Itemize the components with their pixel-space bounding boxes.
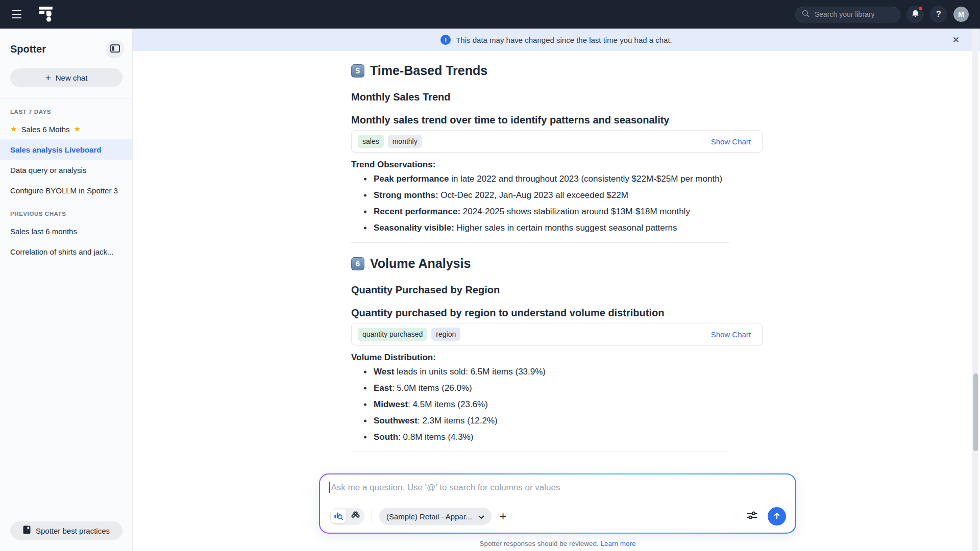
list-item: South: 0.8M items (4.3%) — [351, 429, 763, 445]
section-label-last-7-days: LAST 7 DAYS — [0, 98, 132, 119]
panel-collapse-icon — [110, 44, 120, 54]
sidebar-item-correlation-shirts-jackets[interactable]: Correlation of shirts and jack... — [0, 241, 132, 262]
send-button[interactable] — [768, 507, 786, 525]
top-nav: ? M — [0, 0, 980, 29]
close-icon[interactable]: ✕ — [950, 33, 962, 47]
star-icon: ★ — [74, 124, 81, 134]
bullet-dot — [364, 194, 366, 197]
bullet-text: 2024-2025 shows stabilization around $13… — [460, 207, 690, 217]
section-divider — [351, 242, 729, 243]
chevron-down-icon — [478, 512, 484, 521]
search-input[interactable] — [814, 10, 894, 19]
keycap-5-icon: 5 — [351, 64, 364, 78]
library-search[interactable] — [795, 7, 900, 22]
list-item: Midwest: 4.5M items (23.6%) — [351, 396, 763, 413]
text-caret — [329, 482, 330, 493]
info-icon: ! — [440, 35, 451, 45]
section-heading-time-based-trends: 5 Time-Based Trends — [351, 63, 763, 78]
bullet-dot — [364, 211, 366, 213]
list-title-volume-distribution: Volume Distribution: — [351, 353, 763, 363]
sidebar-item-configure-byollm[interactable]: Configure BYOLLM in Spotter 3 — [0, 180, 132, 201]
section-label-previous-chats: PREVIOUS CHATS — [0, 201, 132, 221]
chat-item-label: Sales 6 Moths — [21, 125, 69, 134]
chat-item-label: Correlation of shirts and jack... — [10, 247, 114, 256]
spotter-best-practices-button[interactable]: Spotter best practices — [10, 521, 122, 540]
bullet-lead: Midwest — [374, 399, 408, 410]
sidebar-item-data-query-or-analysis[interactable]: Data query or analysis — [0, 160, 132, 180]
learn-more-link[interactable]: Learn more — [601, 540, 636, 547]
show-chart-link[interactable]: Show Chart — [708, 330, 754, 339]
toolbar-divider — [372, 510, 372, 522]
sidebar-title: Spotter — [10, 43, 46, 55]
arrow-up-icon — [773, 512, 781, 521]
bullet-text: : 2.3M items (12.2%) — [418, 416, 498, 426]
new-chat-label: New chat — [56, 73, 88, 82]
best-practices-label: Spotter best practices — [36, 527, 110, 535]
composer-inner: Ask me a question. Use '@' to search for… — [320, 474, 795, 533]
settings-sliders-button[interactable] — [744, 510, 761, 522]
disclaimer-text: Spotter responses should be reviewed. — [479, 540, 598, 547]
bullet-lead: West — [374, 367, 394, 377]
sidebar-item-sales-6-moths[interactable]: ★ Sales 6 Moths ★ — [0, 119, 132, 139]
bullet-lead: Strong months: — [374, 190, 438, 201]
add-datasource-button[interactable]: + — [499, 510, 508, 522]
agent-mode-button[interactable] — [348, 509, 363, 523]
bullet-dot — [364, 227, 366, 230]
bullet-dot — [364, 371, 366, 373]
help-button[interactable]: ? — [930, 6, 947, 23]
token-chip-quantity-purchased[interactable]: quantity purchased — [358, 328, 427, 341]
token-chip-monthly[interactable]: monthly — [388, 135, 422, 148]
datasource-selector[interactable]: (Sample) Retail - Appar... — [379, 508, 492, 525]
bullet-lead: South — [374, 432, 398, 442]
collapse-sidebar-button[interactable] — [106, 40, 124, 58]
bullet-lead: Southwest — [374, 416, 418, 426]
data-changed-banner: ! This data may have changed since the l… — [133, 29, 980, 51]
sidebar-item-sales-analysis-liveboard[interactable]: Sales analysis Liveboard — [0, 139, 132, 160]
query-heading: Monthly sales trend over time to identif… — [351, 114, 763, 126]
show-chart-link[interactable]: Show Chart — [708, 137, 754, 146]
bullet-dot — [364, 178, 366, 181]
list-item: Peak performance in late 2022 and throug… — [351, 171, 763, 187]
new-chat-button[interactable]: + New chat — [10, 68, 122, 87]
list-item: Recent performance: 2024-2025 shows stab… — [351, 204, 763, 220]
query-token-card: sales monthly Show Chart — [351, 130, 763, 153]
scrollbar-thumb[interactable] — [973, 373, 978, 451]
chat-input[interactable]: Ask me a question. Use '@' to search for… — [329, 482, 786, 493]
trend-observations-list: Peak performance in late 2022 and throug… — [351, 171, 763, 236]
analysis-mode-button[interactable] — [331, 509, 346, 523]
chat-item-label: Sales last 6 months — [10, 227, 77, 236]
bullet-text: Oct-Dec 2022, Jan-Aug 2023 all exceeded … — [438, 190, 628, 201]
bullet-lead: Seasonality visible: — [374, 223, 454, 233]
chat-response-content: 5 Time-Based Trends Monthly Sales Trend … — [351, 51, 763, 452]
subsection-heading: Quantity Purchased by Region — [351, 284, 763, 296]
subsection-heading: Monthly Sales Trend — [351, 91, 763, 103]
nav-right-cluster: ? M — [795, 6, 969, 23]
hamburger-menu-icon[interactable] — [6, 4, 27, 24]
section-title: Time-Based Trends — [370, 63, 487, 78]
sidebar-header: Spotter — [0, 29, 132, 58]
composer: Ask me a question. Use '@' to search for… — [319, 473, 796, 534]
chart-search-icon — [334, 511, 344, 522]
chat-item-label: Configure BYOLLM in Spotter 3 — [10, 186, 118, 195]
token-chip-sales[interactable]: sales — [358, 135, 384, 148]
bullet-text: in late 2022 and throughout 2023 (consis… — [449, 174, 722, 184]
bullet-dot — [364, 436, 366, 439]
datasource-label: (Sample) Retail - Appar... — [386, 512, 472, 521]
composer-toolbar: (Sample) Retail - Appar... + — [329, 507, 786, 525]
disclaimer: Spotter responses should be reviewed. Le… — [319, 540, 796, 547]
bullet-text: Higher sales in certain months suggest s… — [454, 223, 677, 233]
plus-icon: + — [45, 73, 51, 83]
sidebar: Spotter + New chat LAST 7 DAYS ★ Sales 6… — [0, 29, 133, 551]
query-token-card: quantity purchased region Show Chart — [351, 323, 763, 345]
sidebar-item-sales-last-6-months[interactable]: Sales last 6 months — [0, 221, 132, 241]
chat-item-label: Sales analysis Liveboard — [10, 145, 101, 154]
notifications-button[interactable] — [906, 6, 924, 23]
scrollbar-track[interactable] — [972, 29, 978, 551]
bullet-text: : 5.0M items (26.0%) — [392, 383, 472, 393]
chat-item-label: Data query or analysis — [10, 166, 86, 174]
sliders-icon — [747, 511, 757, 522]
bullet-text: : 4.5M items (23.6%) — [408, 399, 488, 410]
token-chip-region[interactable]: region — [431, 328, 460, 341]
chat-input-placeholder: Ask me a question. Use '@' to search for… — [331, 483, 560, 493]
avatar[interactable]: M — [953, 7, 969, 22]
